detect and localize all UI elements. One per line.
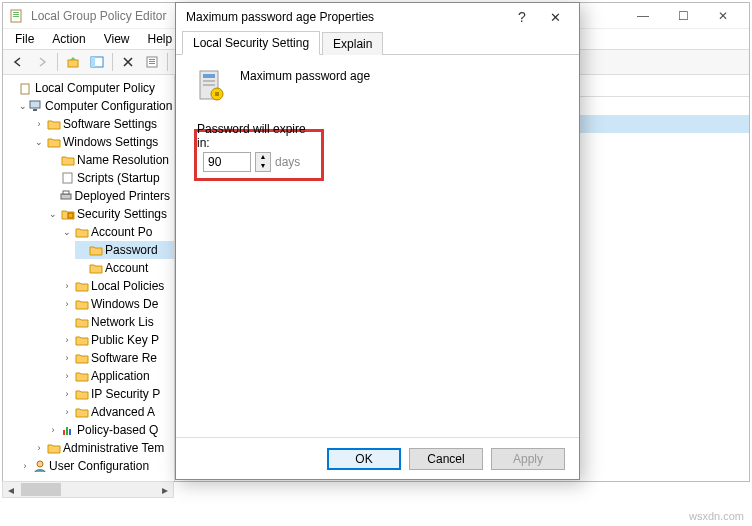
tree-network-list[interactable]: Network Lis	[61, 313, 174, 331]
tree-admin-templates[interactable]: ›Administrative Tem	[33, 439, 174, 457]
tree-windows-defender[interactable]: ›Windows De	[61, 295, 174, 313]
menu-action[interactable]: Action	[44, 30, 93, 48]
dialog-help-button[interactable]: ?	[507, 9, 537, 25]
policy-large-icon	[194, 67, 226, 103]
svg-rect-3	[13, 16, 19, 17]
folder-icon	[61, 154, 75, 166]
tree-pane[interactable]: Local Computer Policy ⌄ Computer Configu…	[3, 75, 175, 481]
lock-folder-icon	[89, 262, 103, 274]
maximize-button[interactable]: ☐	[663, 4, 703, 28]
svg-rect-17	[61, 194, 71, 199]
user-icon	[33, 460, 47, 472]
lock-folder-icon	[61, 208, 75, 220]
spinner-buttons: ▲ ▼	[255, 152, 271, 172]
folder-icon	[47, 118, 61, 130]
dialog-button-row: OK Cancel Apply	[176, 437, 579, 479]
expander-icon[interactable]: ⌄	[19, 100, 27, 112]
tree-root[interactable]: Local Computer Policy	[5, 79, 174, 97]
back-button[interactable]	[7, 51, 29, 73]
spin-up-button[interactable]: ▲	[256, 153, 270, 162]
dialog-close-button[interactable]: ✕	[537, 10, 573, 25]
svg-rect-14	[30, 101, 40, 108]
scroll-right-icon[interactable]: ▸	[157, 482, 173, 497]
up-button[interactable]	[62, 51, 84, 73]
folder-icon	[75, 370, 89, 382]
svg-rect-9	[149, 61, 155, 62]
spin-down-button[interactable]: ▼	[256, 162, 270, 171]
menu-file[interactable]: File	[7, 30, 42, 48]
scroll-left-icon[interactable]: ◂	[3, 482, 19, 497]
tree-computer-config[interactable]: ⌄ Computer Configuration	[19, 97, 174, 115]
tree-deployed-printers[interactable]: Deployed Printers	[47, 187, 174, 205]
expander-icon[interactable]: ⌄	[33, 136, 45, 148]
minimize-button[interactable]: —	[623, 4, 663, 28]
tree-ip-security[interactable]: ›IP Security P	[61, 385, 174, 403]
svg-rect-13	[21, 84, 29, 94]
tree-local-policies[interactable]: ›Local Policies	[61, 277, 174, 295]
toolbar-separator	[112, 53, 113, 71]
cancel-button[interactable]: Cancel	[409, 448, 483, 470]
show-hide-button[interactable]	[86, 51, 108, 73]
horizontal-scrollbar[interactable]: ◂ ▸	[2, 481, 174, 498]
delete-button[interactable]	[117, 51, 139, 73]
script-icon	[61, 172, 75, 184]
expander-icon[interactable]: ⌄	[61, 226, 73, 238]
tree-public-key[interactable]: ›Public Key P	[61, 331, 174, 349]
password-expire-field-highlight: Password will expire in: ▲ ▼ days	[194, 129, 324, 181]
dialog-title: Maximum password age Properties	[182, 10, 507, 24]
svg-rect-21	[66, 427, 68, 435]
folder-icon	[75, 352, 89, 364]
apply-button[interactable]: Apply	[491, 448, 565, 470]
tree-security-settings[interactable]: ⌄Security Settings	[47, 205, 174, 223]
expander-icon[interactable]: ›	[61, 298, 73, 310]
tab-local-security-setting[interactable]: Local Security Setting	[182, 31, 320, 55]
expander-icon[interactable]: ›	[61, 370, 73, 382]
svg-rect-10	[149, 63, 155, 64]
scroll-thumb[interactable]	[21, 483, 61, 496]
expander-icon[interactable]: ›	[19, 460, 31, 472]
tree-password-policy[interactable]: Password	[75, 241, 174, 259]
svg-rect-25	[203, 74, 215, 78]
tree-advanced-audit[interactable]: ›Advanced A	[61, 403, 174, 421]
menu-view[interactable]: View	[96, 30, 138, 48]
svg-rect-27	[203, 84, 215, 86]
expander-icon[interactable]: ›	[47, 424, 59, 436]
tree-software-settings[interactable]: ›Software Settings	[33, 115, 174, 133]
folder-icon	[75, 388, 89, 400]
password-age-input[interactable]	[203, 152, 251, 172]
expander-icon[interactable]: ›	[61, 352, 73, 364]
expander-icon[interactable]: ›	[61, 388, 73, 400]
properties-button[interactable]	[141, 51, 163, 73]
close-window-button[interactable]: ✕	[703, 4, 743, 28]
tab-explain[interactable]: Explain	[322, 32, 383, 55]
tree-policy-qos[interactable]: ›Policy-based Q	[47, 421, 174, 439]
folder-icon	[47, 136, 61, 148]
svg-rect-20	[63, 430, 65, 435]
ok-button[interactable]: OK	[327, 448, 401, 470]
folder-icon	[75, 334, 89, 346]
forward-button[interactable]	[31, 51, 53, 73]
expander-icon[interactable]: ›	[61, 334, 73, 346]
tree-account-lockout[interactable]: Account	[75, 259, 174, 277]
tree-account-policies[interactable]: ⌄Account Po	[61, 223, 174, 241]
expander-icon[interactable]: ›	[33, 118, 45, 130]
properties-dialog: Maximum password age Properties ? ✕ Loca…	[175, 2, 580, 480]
folder-icon	[75, 298, 89, 310]
tree-scripts[interactable]: Scripts (Startup	[47, 169, 174, 187]
expander-icon[interactable]: ›	[61, 280, 73, 292]
toolbar-separator	[57, 53, 58, 71]
tree-user-config[interactable]: ›User Configuration	[19, 457, 174, 475]
tree-software-restriction[interactable]: ›Software Re	[61, 349, 174, 367]
computer-icon	[29, 100, 43, 112]
expander-icon[interactable]: ›	[33, 442, 45, 454]
toolbar-separator	[167, 53, 168, 71]
tree-windows-settings[interactable]: ⌄Windows Settings	[33, 133, 174, 151]
window-controls: — ☐ ✕	[623, 4, 743, 28]
expander-icon[interactable]: ⌄	[47, 208, 59, 220]
tree-application-control[interactable]: ›Application	[61, 367, 174, 385]
tree-name-resolution[interactable]: Name Resolution	[47, 151, 174, 169]
policy-name-label: Maximum password age	[240, 67, 370, 83]
svg-rect-29	[215, 92, 219, 96]
expander-icon[interactable]: ›	[61, 406, 73, 418]
lock-folder-icon	[75, 280, 89, 292]
